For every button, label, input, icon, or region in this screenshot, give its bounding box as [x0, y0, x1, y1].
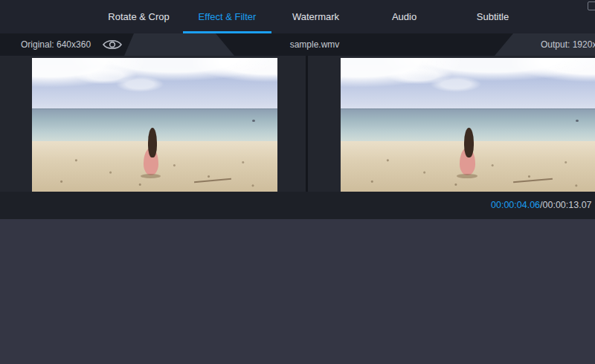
preview-divider	[306, 56, 308, 192]
time-display: 00:00:04.06/00:00:13.07	[491, 192, 592, 219]
transport-bar: 00:00:04.06/00:00:13.07	[0, 192, 595, 219]
tab-audio[interactable]: Audio	[360, 0, 448, 33]
preview-area	[0, 56, 595, 192]
tab-rotate-crop[interactable]: Rotate & Crop	[94, 0, 183, 33]
tab-bar: Rotate & CropEffect & FilterWatermarkAud…	[0, 0, 595, 33]
output-preview-video	[341, 58, 595, 192]
tab-watermark[interactable]: Watermark	[271, 0, 360, 33]
output-resolution-label: Output: 1920x1080	[541, 33, 595, 56]
original-resolution-label: Original: 640x360	[21, 33, 91, 56]
total-time: 00:00:13.07	[543, 200, 592, 210]
effects-panel: Basic Effect Filters Contrast:0Saturatio…	[0, 219, 595, 364]
file-info-bar: Original: 640x360 sample.wmv Output: 192…	[0, 33, 595, 56]
preview-eye-icon[interactable]	[103, 38, 122, 54]
video-editor-window: Rotate & CropEffect & FilterWatermarkAud…	[0, 0, 595, 364]
window-control-icon[interactable]	[588, 1, 595, 10]
seated-person	[458, 128, 479, 178]
tab-effect-filter[interactable]: Effect & Filter	[183, 0, 271, 33]
original-preview-video	[32, 58, 277, 192]
tab-subtitle[interactable]: Subtitle	[448, 0, 537, 33]
seated-person	[143, 128, 162, 178]
sky	[341, 58, 595, 108]
sky	[32, 58, 277, 108]
current-time: 00:00:04.06	[491, 200, 540, 210]
filename-label: sample.wmv	[240, 33, 389, 56]
